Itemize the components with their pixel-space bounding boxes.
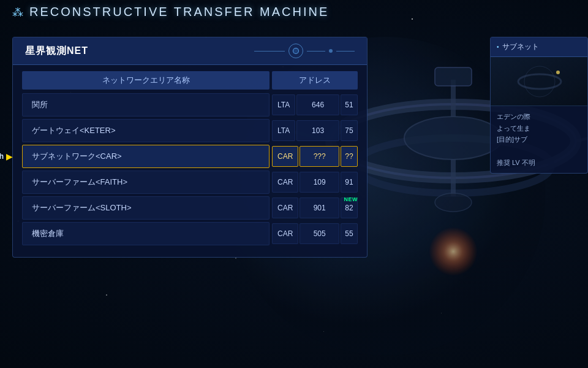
addr-prefix: CAR — [272, 223, 298, 244]
addr-prefix: LTA — [272, 94, 295, 115]
right-panel-title: サブネット — [502, 42, 539, 52]
svg-point-8 — [435, 193, 472, 212]
right-panel-content: エデンの際 よって生ま [目的]サブ 推奨 LV 不明 — [491, 106, 587, 173]
column-headers: ネットワークエリア名称 アドレス — [22, 71, 358, 90]
panel-header: 星界観測NET — [13, 37, 367, 65]
desc-line1: エデンの際 — [497, 111, 581, 123]
table-row[interactable]: 機密倉庫 CAR 505 55 — [22, 222, 358, 245]
table-row-selected[interactable]: Search ▶ サブネットワーク<CAR> CAR ??? ?? — [22, 145, 358, 168]
deco-line-left — [254, 51, 285, 52]
addr-num: 109 — [300, 172, 339, 193]
main-panel: 星界観測NET ネットワークエリア名称 アドレス 関所 LTA 646 51 — [12, 37, 368, 258]
table-row[interactable]: 関所 LTA 646 51 — [22, 93, 358, 117]
right-panel-dot: • — [497, 44, 499, 50]
desc-line3: [目的]サブ — [497, 134, 581, 145]
addr-num: 103 — [296, 120, 339, 141]
addr-prefix: LTA — [272, 120, 295, 141]
addr-num-unknown: ??? — [300, 146, 339, 167]
addr-num2-unknown: ?? — [341, 146, 358, 167]
addr-prefix: CAR — [272, 146, 298, 167]
svg-point-15 — [556, 71, 560, 74]
table-row[interactable]: サーバーファーム<FAITH> CAR 109 91 — [22, 171, 358, 194]
addr-num: 901 — [300, 197, 339, 218]
app-title: RECONSTRUCTIVE TRANSFER MACHINE — [29, 5, 329, 19]
row-addr-group: CAR 109 91 — [272, 172, 358, 193]
row-label: サーバーファーム<SLOTH> — [22, 196, 270, 220]
deco-circle-inner — [293, 48, 299, 54]
panel-title: 星界観測NET — [25, 45, 88, 58]
deco-dot — [329, 49, 333, 53]
right-panel: • サブネット エデンの際 よって生ま [目的]サブ 推奨 LV 不明 — [490, 37, 588, 174]
table-container: ネットワークエリア名称 アドレス 関所 LTA 646 51 ゲートウェイ<KE… — [13, 65, 367, 257]
right-panel-header: • サブネット — [491, 37, 587, 57]
table-row[interactable]: サーバーファーム<SLOTH> CAR 901 82 NEW — [22, 196, 358, 220]
addr-num: 505 — [300, 223, 339, 244]
deco-line-ext — [336, 51, 355, 52]
search-indicator: Search ▶ — [0, 151, 13, 161]
svg-point-13 — [524, 66, 555, 97]
col-header-addr: アドレス — [272, 71, 358, 90]
addr-num2: 51 — [341, 94, 358, 115]
row-addr-group: CAR 901 82 NEW — [272, 197, 358, 218]
right-panel-image — [491, 57, 587, 106]
row-label: サーバーファーム<FAITH> — [22, 171, 270, 194]
row-addr-group: CAR ??? ?? — [272, 146, 358, 167]
panel-decoration — [254, 44, 355, 58]
addr-prefix: CAR — [272, 172, 298, 193]
new-badge: NEW — [344, 196, 358, 202]
row-label: ゲートウェイ<KETER> — [22, 119, 270, 142]
addr-num2: 91 — [341, 172, 358, 193]
addr-prefix: CAR — [272, 197, 298, 218]
title-bar: ⁂ RECONSTRUCTIVE TRANSFER MACHINE — [12, 5, 329, 19]
table-row[interactable]: ゲートウェイ<KETER> LTA 103 75 — [22, 119, 358, 142]
svg-rect-7 — [435, 67, 472, 86]
row-label: 機密倉庫 — [22, 222, 270, 245]
search-arrow-icon: ▶ — [6, 151, 13, 161]
deco-circle — [288, 44, 303, 58]
deco-line-right — [307, 51, 325, 52]
svg-point-11 — [429, 227, 478, 276]
row-addr-group: LTA 103 75 — [272, 120, 358, 141]
col-header-name: ネットワークエリア名称 — [22, 71, 270, 90]
addr-num2: 75 — [341, 120, 358, 141]
addr-num2: 55 — [341, 223, 358, 244]
right-panel-image-svg — [491, 57, 587, 106]
row-label: サブネットワーク<CAR> — [22, 145, 270, 168]
addr-num: 646 — [296, 94, 339, 115]
search-label: Search — [0, 152, 4, 161]
row-addr-group: CAR 505 55 — [272, 223, 358, 244]
svg-point-4 — [404, 117, 502, 159]
title-icon: ⁂ — [12, 6, 23, 19]
row-label: 関所 — [22, 93, 270, 117]
row-addr-group: LTA 646 51 — [272, 94, 358, 115]
desc-line2: よって生ま — [497, 123, 581, 134]
level-label: 推奨 LV 不明 — [497, 157, 581, 169]
